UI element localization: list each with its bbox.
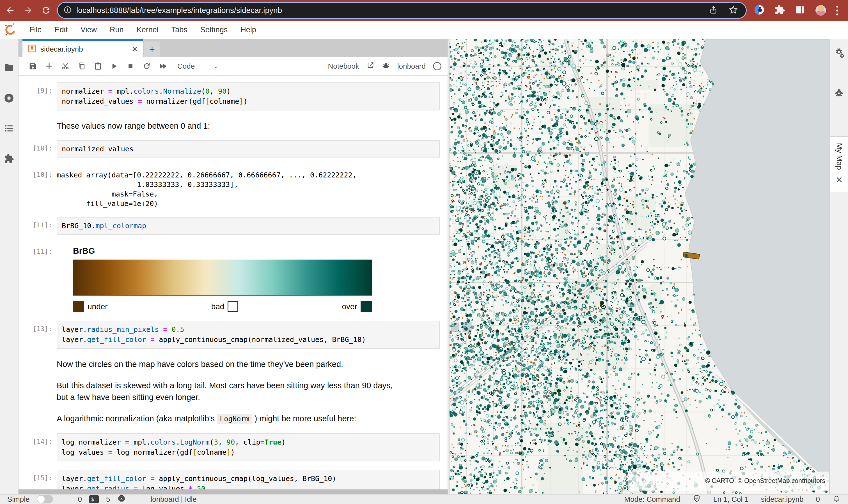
cell-prompt: [25, 119, 57, 132]
profile-avatar[interactable]: [815, 4, 827, 16]
notebook-cell: [10]:masked_array(data=[0.22222222, 0.26…: [18, 166, 448, 209]
kernel-chip-icon[interactable]: [117, 494, 126, 504]
cell-prompt: [25, 412, 57, 425]
notebook-cell: [14]:log_normalizer = mpl.colors.LogNorm…: [18, 433, 448, 462]
lonboard-map-canvas[interactable]: [450, 39, 829, 494]
paste-icon[interactable]: [90, 59, 106, 73]
markdown-cell-text[interactable]: But this dataset is skewed with a long t…: [57, 378, 405, 403]
bad-label: bad: [211, 302, 224, 311]
menu-settings[interactable]: Settings: [194, 21, 234, 39]
notebook-file-icon: [28, 44, 36, 54]
sidebar-item-table-of-contents[interactable]: [0, 113, 18, 144]
notebook-cell: [9]:normalizer = mpl.colors.Normalize(0,…: [18, 83, 448, 110]
browser-menu-icon[interactable]: [836, 6, 838, 15]
sidebar-item-file-browser[interactable]: [0, 53, 18, 83]
reload-button[interactable]: [38, 2, 54, 18]
tab-sidecar-ipynb[interactable]: sidecar.ipynb ✕: [22, 39, 143, 57]
markdown-cell-text[interactable]: A logarithmic normalization (aka matplot…: [57, 412, 405, 425]
code-input-area[interactable]: normalizer = mpl.colors.Normalize(0, 90)…: [57, 83, 440, 110]
password-manager-icon[interactable]: [754, 4, 765, 17]
site-info-icon[interactable]: [64, 6, 72, 15]
my-map-tab-label: My Map: [835, 143, 844, 170]
notebook-cell: [11]:BrBG_10.mpl_colormap: [18, 217, 448, 235]
cell-prompt: [11]:: [25, 243, 57, 312]
debugger-toggle-icon[interactable]: [382, 61, 390, 71]
cell-prompt: [11]:: [25, 217, 57, 235]
status-bar: Simple 0 $_ 5 lonboard | Idle Mode: Comm…: [0, 494, 848, 504]
trust-shield-icon[interactable]: [693, 494, 701, 504]
cell-prompt: [13]:: [25, 321, 57, 349]
kernel-name[interactable]: lonboard: [397, 62, 426, 71]
restart-icon[interactable]: [139, 59, 155, 73]
cursor-position[interactable]: Ln 1, Col 1: [713, 495, 749, 504]
notebook-cell: [15]:layer.get_fill_color = apply_contin…: [18, 470, 448, 489]
code-input-area[interactable]: layer.radius_min_pixels = 0.5layer.get_f…: [57, 321, 440, 349]
save-icon[interactable]: [25, 59, 41, 73]
forward-button[interactable]: [20, 2, 36, 18]
markdown-cell-text[interactable]: These values now range between 0 and 1:: [57, 119, 405, 132]
terminal-icon[interactable]: $_: [89, 495, 99, 503]
notification-count[interactable]: 0: [816, 495, 820, 504]
tab-close-icon[interactable]: ✕: [132, 44, 138, 54]
menu-run[interactable]: Run: [103, 21, 130, 39]
horizontal-scrollbar[interactable]: [18, 489, 448, 494]
open-in-new-icon[interactable]: [366, 61, 374, 71]
cell-type-value: Code: [177, 62, 195, 71]
cut-icon[interactable]: [57, 59, 73, 73]
my-map-close-icon[interactable]: ✕: [836, 175, 843, 185]
menu-help[interactable]: Help: [234, 21, 263, 39]
panel-divider[interactable]: [448, 39, 450, 494]
kernel-status-text[interactable]: lonboard | Idle: [151, 495, 196, 504]
extensions-puzzle-icon[interactable]: [775, 4, 785, 16]
sidebar-item-property-inspector[interactable]: [833, 47, 845, 59]
sidebar-item-extensions[interactable]: [0, 144, 18, 174]
menu-tabs[interactable]: Tabs: [165, 21, 194, 39]
command-mode-indicator[interactable]: Mode: Command: [624, 495, 680, 504]
simple-mode-toggle[interactable]: [37, 495, 53, 503]
bookmark-star-icon[interactable]: [728, 5, 738, 16]
restart-run-all-icon[interactable]: [155, 59, 171, 73]
notebook-panel: sidecar.ipynb ✕ + Code ⌄ Notebook lonboa…: [18, 39, 448, 494]
interrupt-icon[interactable]: [122, 59, 139, 73]
back-button[interactable]: [2, 2, 18, 18]
left-sidebar: [0, 39, 18, 494]
cell-prompt: [15]:: [25, 470, 57, 489]
insert-cell-icon[interactable]: [41, 59, 57, 73]
code-input-area[interactable]: BrBG_10.mpl_colormap: [57, 217, 440, 235]
cell-type-dropdown[interactable]: Code ⌄: [177, 62, 218, 71]
under-swatch: [73, 301, 84, 312]
workspace: sidecar.ipynb ✕ + Code ⌄ Notebook lonboa…: [0, 39, 848, 494]
cell-prompt: [14]:: [25, 433, 57, 462]
menu-edit[interactable]: Edit: [48, 21, 74, 39]
sidebar-item-running-sessions[interactable]: [0, 83, 18, 113]
sidebar-item-debugger[interactable]: [834, 88, 844, 99]
url-host: localhost: [76, 6, 107, 15]
url-path: :8888/lab/tree/examples/integrations/sid…: [107, 6, 282, 15]
tab-title: sidecar.ipynb: [40, 45, 132, 54]
sidebar-tab-my-map[interactable]: My Map ✕: [830, 136, 848, 192]
under-label: under: [88, 302, 108, 311]
side-panel-icon[interactable]: [795, 4, 806, 16]
menu-view[interactable]: View: [74, 21, 103, 39]
url-text: localhost:8888/lab/tree/examples/integra…: [76, 6, 709, 15]
kernel-status-icon[interactable]: [433, 62, 442, 70]
run-icon[interactable]: [106, 59, 122, 73]
menu-kernel[interactable]: Kernel: [130, 21, 165, 39]
chevron-down-icon: ⌄: [213, 63, 218, 70]
bell-icon[interactable]: [832, 494, 841, 504]
terminal-count[interactable]: 0: [78, 495, 82, 504]
markdown-cell-text[interactable]: Now the circles on the map have colors b…: [57, 357, 405, 370]
code-input-area[interactable]: normalized_values: [57, 140, 440, 158]
kernel-count[interactable]: 5: [106, 495, 110, 504]
jupyter-logo-icon: [4, 23, 17, 37]
menu-file[interactable]: File: [23, 21, 48, 39]
notebook-tools-label[interactable]: Notebook: [328, 62, 359, 71]
address-bar[interactable]: localhost:8888/lab/tree/examples/integra…: [58, 3, 746, 18]
share-icon[interactable]: [709, 5, 718, 15]
copy-icon[interactable]: [73, 59, 90, 73]
code-input-area[interactable]: log_normalizer = mpl.colors.LogNorm(3, 9…: [57, 433, 440, 462]
code-input-area[interactable]: layer.get_fill_color = apply_continuous_…: [57, 470, 440, 489]
new-tab-button[interactable]: +: [144, 41, 160, 57]
colormap-gradient-bar: [73, 259, 372, 296]
cell-prompt: [10]:: [25, 166, 57, 209]
